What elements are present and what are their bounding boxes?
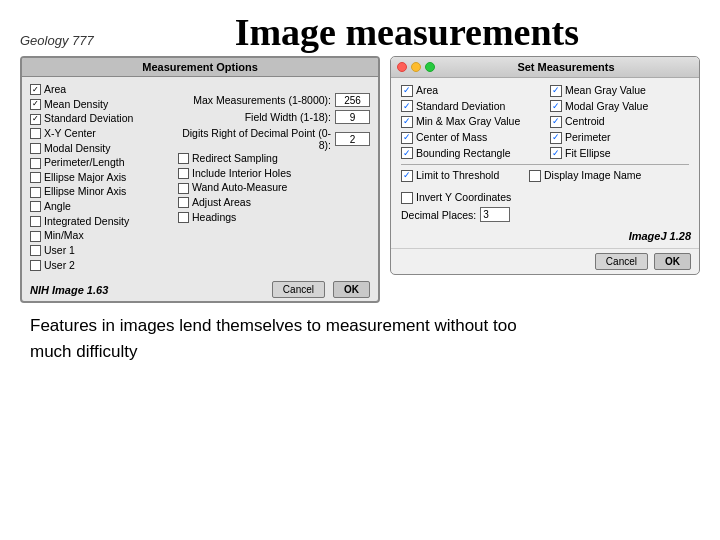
imagej-cancel-button[interactable]: Cancel xyxy=(595,253,648,270)
nih-checkbox[interactable] xyxy=(30,128,41,139)
window-max-btn[interactable] xyxy=(425,62,435,72)
nih-checkbox-item[interactable]: Redirect Sampling xyxy=(178,152,370,166)
nih-cancel-button[interactable]: Cancel xyxy=(272,281,325,298)
imagej-threshold-checkbox-item[interactable]: Invert Y Coordinates xyxy=(401,191,521,205)
nih-checkbox-item[interactable]: Perimeter/Length xyxy=(30,156,170,170)
slide-label: Geology 777 xyxy=(20,33,94,48)
imagej-threshold-label: Display Image Name xyxy=(544,169,641,183)
nih-checkbox[interactable] xyxy=(178,153,189,164)
imagej-checkbox-item[interactable]: Area xyxy=(401,84,540,98)
nih-checkbox-label: X-Y Center xyxy=(44,127,96,141)
nih-checkbox[interactable] xyxy=(30,143,41,154)
imagej-threshold-checkbox[interactable] xyxy=(401,170,413,182)
nih-checkbox[interactable] xyxy=(30,216,41,227)
imagej-threshold-label: Invert Y Coordinates xyxy=(416,191,511,205)
nih-checkbox[interactable] xyxy=(178,212,189,223)
nih-checkbox[interactable] xyxy=(30,187,41,198)
nih-checkbox-item[interactable]: Integrated Density xyxy=(30,215,170,229)
window-min-btn[interactable] xyxy=(411,62,421,72)
nih-field-input[interactable] xyxy=(335,110,370,124)
imagej-checkbox-item[interactable]: Center of Mass xyxy=(401,131,540,145)
nih-checkbox-label: Integrated Density xyxy=(44,215,129,229)
window-close-btn[interactable] xyxy=(397,62,407,72)
imagej-checkbox-label: Mean Gray Value xyxy=(565,84,646,98)
nih-checkbox-item[interactable]: Wand Auto-Measure xyxy=(178,181,370,195)
nih-checkbox-label: Redirect Sampling xyxy=(192,152,278,166)
nih-checkbox[interactable] xyxy=(178,168,189,179)
nih-field-input[interactable] xyxy=(335,132,370,146)
imagej-decimal-input[interactable] xyxy=(480,207,510,222)
dialogs-row: Measurement Options AreaMean DensityStan… xyxy=(20,56,700,303)
imagej-version-label: ImageJ 1.28 xyxy=(629,230,691,242)
imagej-ok-button[interactable]: OK xyxy=(654,253,691,270)
nih-checkbox-item[interactable]: Standard Deviation xyxy=(30,112,170,126)
nih-checkbox-item[interactable]: Min/Max xyxy=(30,229,170,243)
nih-checkbox-item[interactable]: Angle xyxy=(30,200,170,214)
nih-checkbox[interactable] xyxy=(178,197,189,208)
nih-checkbox-label: Ellipse Minor Axis xyxy=(44,185,126,199)
nih-checkbox-item[interactable]: Area xyxy=(30,83,170,97)
imagej-checkbox[interactable] xyxy=(401,85,413,97)
slide-title: Image measurements xyxy=(114,10,700,54)
imagej-threshold-checkbox-item[interactable]: Display Image Name xyxy=(529,169,649,183)
imagej-checkbox-item[interactable]: Standard Deviation xyxy=(401,100,540,114)
imagej-checkbox[interactable] xyxy=(550,116,562,128)
nih-dialog-titlebar: Measurement Options xyxy=(22,58,378,77)
nih-checkbox[interactable] xyxy=(178,183,189,194)
imagej-checkbox-item[interactable]: Mean Gray Value xyxy=(550,84,689,98)
nih-checkbox-item[interactable]: Ellipse Major Axis xyxy=(30,171,170,185)
imagej-checkbox-item[interactable]: Fit Ellipse xyxy=(550,147,689,161)
imagej-threshold-checkbox-item[interactable]: Limit to Threshold xyxy=(401,169,521,183)
imagej-threshold-checkbox[interactable] xyxy=(529,170,541,182)
nih-checkbox-item[interactable]: User 1 xyxy=(30,244,170,258)
nih-checkbox-label: Adjust Areas xyxy=(192,196,251,210)
nih-checkbox[interactable] xyxy=(30,231,41,242)
imagej-version-row: ImageJ 1.28 xyxy=(391,228,699,244)
imagej-checkbox-item[interactable]: Modal Gray Value xyxy=(550,100,689,114)
imagej-checkbox-item[interactable]: Min & Max Gray Value xyxy=(401,115,540,129)
imagej-threshold-label: Limit to Threshold xyxy=(416,169,499,183)
nih-right-col: Max Measurements (1-8000):Field Width (1… xyxy=(178,83,370,272)
imagej-checkbox[interactable] xyxy=(550,147,562,159)
imagej-checkbox-label: Min & Max Gray Value xyxy=(416,115,520,129)
nih-checkbox-item[interactable]: Adjust Areas xyxy=(178,196,370,210)
imagej-checkbox[interactable] xyxy=(401,116,413,128)
nih-checkbox[interactable] xyxy=(30,114,41,125)
imagej-checkbox[interactable] xyxy=(550,100,562,112)
nih-checkbox[interactable] xyxy=(30,201,41,212)
nih-checkbox-item[interactable]: User 2 xyxy=(30,259,170,273)
nih-checkbox[interactable] xyxy=(30,260,41,271)
imagej-threshold-checkbox[interactable] xyxy=(401,192,413,204)
imagej-checkbox[interactable] xyxy=(401,132,413,144)
nih-checkbox[interactable] xyxy=(30,158,41,169)
nih-checkbox[interactable] xyxy=(30,172,41,183)
imagej-left-col: AreaStandard DeviationMin & Max Gray Val… xyxy=(401,84,540,160)
imagej-dialog: Set Measurements AreaStandard DeviationM… xyxy=(390,56,700,275)
nih-checkbox-item[interactable]: X-Y Center xyxy=(30,127,170,141)
nih-checkbox-item[interactable]: Include Interior Holes xyxy=(178,167,370,181)
imagej-checkbox[interactable] xyxy=(550,85,562,97)
nih-checkbox-item[interactable]: Modal Density xyxy=(30,142,170,156)
imagej-checkbox-item[interactable]: Centroid xyxy=(550,115,689,129)
nih-checkbox[interactable] xyxy=(30,245,41,256)
nih-checkbox-label: Ellipse Major Axis xyxy=(44,171,126,185)
nih-checkbox-item[interactable]: Ellipse Minor Axis xyxy=(30,185,170,199)
nih-field-input[interactable] xyxy=(335,93,370,107)
nih-field-row: Field Width (1-18): xyxy=(178,110,370,124)
nih-checkbox-item[interactable]: Headings xyxy=(178,211,370,225)
nih-ok-button[interactable]: OK xyxy=(333,281,370,298)
nih-checkbox[interactable] xyxy=(30,99,41,110)
imagej-checkbox-label: Fit Ellipse xyxy=(565,147,611,161)
nih-checkbox-item[interactable]: Mean Density xyxy=(30,98,170,112)
imagej-checkbox[interactable] xyxy=(550,132,562,144)
imagej-threshold-section: Limit to ThresholdDisplay Image NameInve… xyxy=(401,169,689,204)
nih-checkbox-label: Wand Auto-Measure xyxy=(192,181,287,195)
imagej-checkbox-item[interactable]: Bounding Rectangle xyxy=(401,147,540,161)
nih-checkbox-label: Headings xyxy=(192,211,236,225)
imagej-checkbox-item[interactable]: Perimeter xyxy=(550,131,689,145)
nih-checkbox-label: Min/Max xyxy=(44,229,84,243)
imagej-columns: AreaStandard DeviationMin & Max Gray Val… xyxy=(401,84,689,160)
imagej-checkbox[interactable] xyxy=(401,100,413,112)
imagej-checkbox[interactable] xyxy=(401,147,413,159)
nih-checkbox[interactable] xyxy=(30,84,41,95)
